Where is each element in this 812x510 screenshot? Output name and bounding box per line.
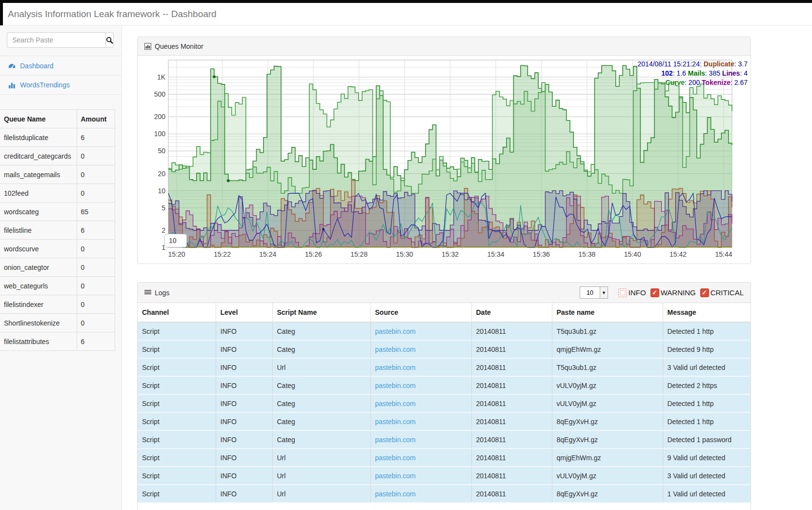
page-size-select[interactable]: 10 ▼ [580,286,608,299]
svg-text:15:38: 15:38 [578,250,595,258]
log-row: ScriptINFOCategpastebin.com20140811vULV0… [138,394,751,412]
logs-col-header: Paste name [552,303,663,322]
log-cell-source: pastebin.com [370,449,471,467]
log-cell-level: INFO [216,376,272,394]
queues-chart[interactable]: 15:2015:2215:2415:2615:2815:3015:3215:34… [138,56,751,264]
svg-text:15:28: 15:28 [350,250,367,258]
log-cell-paste-name: vULV0yjM.gz [552,467,663,485]
queue-table-header-row: Queue Name Amount [0,110,115,128]
log-cell-message: Detected 2 https [663,376,751,394]
log-cell-paste-name: qmjgEhWm.gz [552,449,663,467]
log-cell-paste-name: 8qEgyXvH.gz [552,485,663,503]
chart-tooltip: 10 [164,234,187,247]
queue-row: filelistattributes6 [0,332,115,351]
filter-info[interactable]: INFO [618,288,646,297]
svg-text:15:42: 15:42 [670,250,687,258]
log-cell-level: INFO [216,430,272,449]
page-title: Analysis Information Leak framework -- D… [8,9,217,20]
queue-row: mails_categemails0 [0,165,115,184]
search-icon [106,37,113,44]
svg-text:5: 5 [162,204,165,212]
queue-row: 102feed0 [0,184,115,203]
log-cell-source: pastebin.com [370,467,471,485]
source-link[interactable]: pastebin.com [375,382,416,389]
source-link[interactable]: pastebin.com [375,472,416,480]
log-cell-level: INFO [216,485,272,503]
checkbox-unchecked-icon[interactable] [618,288,627,297]
log-cell-date: 20140811 [471,376,552,394]
queue-table: Queue Name Amount filelistduplicate6cred… [0,109,115,351]
svg-text:2: 2 [162,226,165,234]
queue-name-cell: filelistindexer [0,295,77,314]
queue-name-cell: filelistline [0,221,77,240]
search-input[interactable] [7,32,105,48]
filter-warning[interactable]: ✓WARNING [650,288,696,297]
sidebar-item-dashboard[interactable]: Dashboard [0,56,122,75]
queue-row: wordscateg65 [0,203,115,221]
log-cell-level: INFO [216,467,272,485]
log-cell-paste-name: vULV0yjM.gz [552,394,663,412]
logs-table-header-row: ChannelLevelScript NameSourceDatePaste n… [138,303,751,322]
queue-row: web_categurls0 [0,277,115,295]
source-link[interactable]: pastebin.com [375,418,416,426]
log-row: ScriptINFOUrlpastebin.com20140811T5qu3ub… [138,358,751,376]
source-link[interactable]: pastebin.com [375,346,416,353]
log-row: ScriptINFOUrlpastebin.com20140811vULV0yj… [138,467,751,485]
source-link[interactable]: pastebin.com [375,454,416,462]
log-cell-source: pastebin.com [370,394,471,412]
log-cell-level: INFO [216,358,272,376]
log-level-filters: INFO✓WARNING✓CRITICAL [614,288,744,297]
chevron-down-icon: ▼ [600,287,608,298]
queue-amount-cell: 65 [77,203,115,221]
queue-row: filelistline6 [0,221,115,240]
log-row: ScriptINFOCategpastebin.com201408118qEgy… [138,412,751,430]
logs-col-header: Level [216,303,272,322]
log-cell-date: 20140811 [471,322,552,340]
source-link[interactable]: pastebin.com [375,327,416,335]
logs-col-header: Message [663,303,751,322]
logs-col-header: Date [471,303,552,322]
log-cell-channel: Script [138,340,216,358]
log-cell-date: 20140811 [471,412,552,430]
search-button[interactable] [105,32,114,48]
queue-row: filelistduplicate6 [0,128,115,147]
log-cell-message: 9 Valid url detected [663,449,751,467]
queue-amount-header: Amount [77,110,115,128]
log-cell-script-name: Categ [272,376,370,394]
queue-name-cell: filelistduplicate [0,128,77,147]
logs-controls: 10 ▼ INFO✓WARNING✓CRITICAL [580,286,744,299]
queue-row: Shortlinestokenize0 [0,314,115,332]
queue-name-header: Queue Name [0,110,77,128]
bar-chart-icon [144,43,151,50]
log-cell-channel: Script [138,412,216,430]
queue-amount-cell: 0 [77,314,115,332]
sidebar-item-label: WordsTrendings [20,81,70,89]
log-cell-paste-name: vULV0yjM.gz [552,376,663,394]
queue-name-cell: web_categurls [0,277,77,295]
log-cell-message: 3 Valid url detected [663,467,751,485]
log-cell-level: INFO [216,394,272,412]
source-link[interactable]: pastebin.com [375,364,416,371]
log-row: ScriptINFOUrlpastebin.com20140811qmjgEhW… [138,449,751,467]
filter-critical[interactable]: ✓CRITICAL [700,288,744,297]
words-trendings-bar-icon [8,82,16,89]
source-link[interactable]: pastebin.com [375,400,416,408]
queue-row: onion_categtor0 [0,258,115,277]
sidebar-item-wordstrendings[interactable]: WordsTrendings [0,75,122,95]
svg-text:10: 10 [158,187,165,195]
log-cell-channel: Script [138,430,216,449]
logs-col-header: Script Name [272,303,370,322]
logs-table: ChannelLevelScript NameSourceDatePaste n… [138,303,751,503]
source-link[interactable]: pastebin.com [375,436,416,444]
svg-text:15:26: 15:26 [305,250,322,258]
source-link[interactable]: pastebin.com [375,490,416,498]
checkbox-checked-icon[interactable]: ✓ [650,288,659,297]
logs-col-header: Source [370,303,471,322]
queue-name-cell: wordscateg [0,203,77,221]
checkbox-checked-icon[interactable]: ✓ [700,288,709,297]
log-cell-message: 1 Valid url detected [663,485,751,503]
log-cell-message: Detected 1 http [663,394,751,412]
log-cell-level: INFO [216,449,272,467]
queue-amount-cell: 0 [77,240,115,258]
queue-amount-cell: 0 [77,277,115,295]
